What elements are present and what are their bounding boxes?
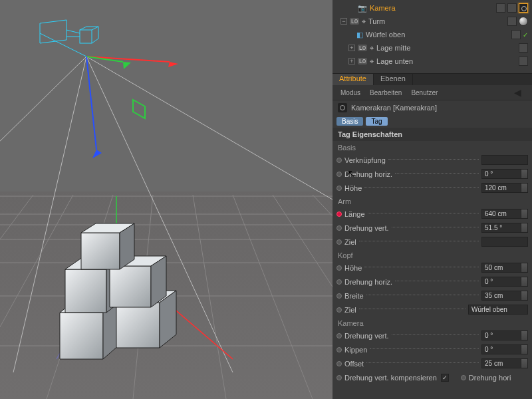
- keyframe-bullet[interactable]: [336, 361, 342, 366]
- svg-line-23: [80, 27, 86, 30]
- cam-rotation-v-field[interactable]: 0 °: [481, 331, 521, 340]
- subtabs: Basis Tag: [332, 115, 532, 128]
- visibility-tag[interactable]: [519, 43, 528, 53]
- camera-tag[interactable]: [519, 3, 528, 13]
- keyframe-bullet[interactable]: [461, 375, 466, 380]
- menu-user[interactable]: Benutzer: [411, 89, 438, 96]
- svg-marker-32: [123, 62, 131, 69]
- spinner[interactable]: [521, 183, 528, 193]
- svg-line-12: [233, 195, 313, 399]
- head-target-field[interactable]: Würfel oben: [468, 305, 528, 315]
- tree-label: Lage unten: [376, 57, 516, 65]
- prop-compensate-v: Drehung vert. kompensieren ✓ Drehung hor…: [332, 370, 532, 384]
- menu-edit[interactable]: Bearbeiten: [370, 89, 402, 96]
- subtab-tag[interactable]: Tag: [366, 117, 387, 126]
- tree-item-tower[interactable]: − L0 ⌖ Turm: [332, 15, 532, 28]
- prop-height: Höhe 120 cm: [332, 181, 532, 195]
- visibility-tag[interactable]: [496, 3, 505, 13]
- menu-mode[interactable]: Modus: [340, 89, 360, 96]
- keyframe-bullet[interactable]: [336, 225, 342, 231]
- svg-line-13: [273, 195, 332, 399]
- keyframe-bullet[interactable]: [336, 375, 342, 380]
- visibility-tag[interactable]: [519, 57, 528, 66]
- spinner[interactable]: [521, 263, 528, 273]
- keyframe-bullet[interactable]: [336, 293, 342, 299]
- target-field[interactable]: [481, 237, 528, 247]
- tree-item-cube-top[interactable]: ◧ Würfel oben ✓: [332, 28, 532, 41]
- enable-check-icon[interactable]: ✓: [523, 31, 528, 39]
- svg-line-16: [0, 57, 86, 206]
- render-tag[interactable]: [507, 3, 517, 13]
- panel-menubar: Modus Bearbeiten Benutzer ◀: [332, 85, 532, 100]
- width-field[interactable]: 35 cm: [481, 291, 521, 301]
- layer-badge: L0: [358, 58, 367, 65]
- spinner[interactable]: [521, 358, 528, 368]
- prop-offset: Offset 25 cm: [332, 356, 532, 370]
- keyframe-bullet[interactable]: [336, 333, 342, 338]
- spinner[interactable]: [521, 344, 528, 354]
- tree-item-camera[interactable]: 📷 Kamera: [332, 1, 532, 15]
- rotation-v-field[interactable]: 51.5 °: [481, 223, 521, 233]
- keyframe-bullet-active[interactable]: [336, 211, 342, 217]
- keyframe-bullet[interactable]: [336, 239, 342, 245]
- tree-label: Würfel oben: [366, 31, 509, 39]
- svg-marker-51: [81, 233, 120, 269]
- prop-width: Breite 35 cm: [332, 289, 532, 303]
- keyframe-bullet[interactable]: [336, 158, 342, 163]
- collapse-icon[interactable]: −: [340, 18, 347, 25]
- svg-line-29: [86, 57, 170, 62]
- expand-icon[interactable]: +: [348, 45, 355, 51]
- null-icon: ⌖: [370, 57, 374, 66]
- back-arrow-icon[interactable]: ◀: [514, 87, 524, 98]
- svg-line-24: [92, 27, 98, 30]
- tab-attributes[interactable]: Attribute: [332, 74, 374, 85]
- svg-marker-45: [65, 269, 106, 313]
- visibility-tag[interactable]: [511, 30, 521, 39]
- keyframe-bullet[interactable]: [336, 265, 342, 271]
- prop-tilt: Kippen 0 °: [332, 342, 532, 356]
- keyframe-bullet[interactable]: [336, 279, 342, 285]
- spinner[interactable]: [521, 223, 528, 233]
- keyframe-bullet[interactable]: [336, 172, 342, 177]
- svg-line-27: [92, 39, 98, 43]
- keyframe-bullet[interactable]: [336, 347, 342, 352]
- tree-item-layer-bottom[interactable]: + L0 ⌖ Lage unten: [332, 55, 532, 68]
- link-field[interactable]: [481, 155, 528, 165]
- visibility-tag[interactable]: [507, 17, 517, 26]
- null-icon: ⌖: [370, 44, 374, 53]
- viewport-3d[interactable]: [0, 0, 332, 399]
- svg-line-8: [0, 195, 73, 399]
- prop-rotation-v: Drehung vert. 51.5 °: [332, 221, 532, 235]
- keyframe-bullet[interactable]: [336, 186, 342, 191]
- spinner[interactable]: [521, 291, 528, 301]
- tilt-field[interactable]: 0 °: [481, 344, 521, 354]
- layer-badge: L0: [358, 45, 367, 51]
- viewport-overlay: [0, 0, 332, 399]
- prop-target-arm: Ziel: [332, 235, 532, 249]
- tab-layers[interactable]: Ebenen: [374, 74, 413, 85]
- head-rotation-h-field[interactable]: 0 °: [481, 277, 521, 287]
- scene-cubes: [60, 223, 176, 359]
- spinner[interactable]: [521, 169, 528, 179]
- head-height-field[interactable]: 50 cm: [481, 263, 521, 273]
- tree-item-layer-mid[interactable]: + L0 ⌖ Lage mitte: [332, 41, 532, 55]
- height-field[interactable]: 120 cm: [481, 183, 521, 193]
- spinner[interactable]: [521, 209, 528, 219]
- spinner[interactable]: [521, 331, 528, 340]
- prop-length: Länge 640 cm ↖: [332, 207, 532, 221]
- svg-line-20: [66, 30, 80, 33]
- offset-field[interactable]: 25 cm: [481, 358, 521, 368]
- section-tag-properties: Tag Eigenschaften: [332, 128, 532, 141]
- expand-icon[interactable]: +: [348, 58, 355, 65]
- rotation-h-field[interactable]: 0 °: [481, 169, 521, 179]
- layer-badge: L0: [350, 18, 359, 25]
- object-tree[interactable]: 📷 Kamera − L0 ⌖ Turm ◧ Würfel oben ✓: [332, 0, 532, 70]
- spinner[interactable]: [521, 277, 528, 287]
- tree-label: Turm: [368, 17, 505, 25]
- keyframe-bullet[interactable]: [336, 307, 342, 313]
- length-field[interactable]: 640 cm: [481, 209, 521, 219]
- compensate-v-checkbox[interactable]: ✓: [441, 374, 449, 382]
- panel-tabs: Attribute Ebenen: [332, 73, 532, 85]
- material-tag[interactable]: [519, 17, 528, 26]
- subtab-basis[interactable]: Basis: [336, 117, 363, 126]
